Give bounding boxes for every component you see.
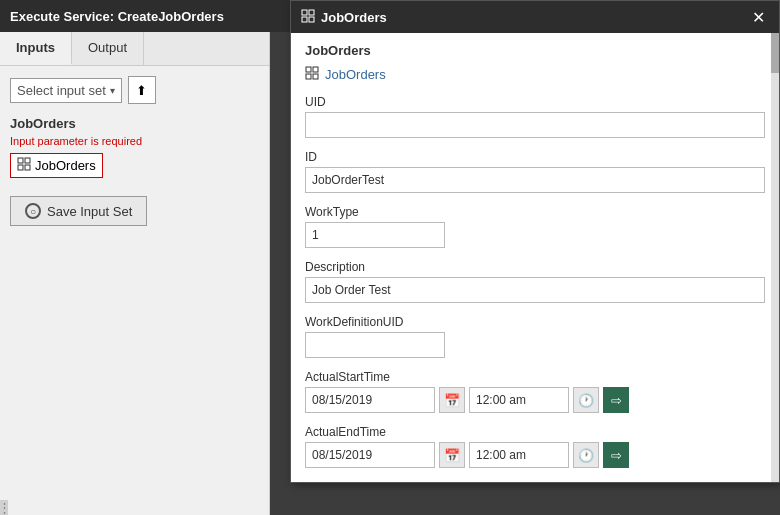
save-icon: ○ [25,203,41,219]
panel-tabs: Inputs Output [0,32,269,66]
worktype-input[interactable] [305,222,445,248]
calendar-icon-2: 📅 [444,448,460,463]
modal-sub-grid-icon [305,66,319,83]
clock-icon: 🕐 [578,393,594,408]
actualendtime-date-input[interactable] [305,442,435,468]
modal-section-header: JobOrders [305,43,765,58]
action-arrow-icon-2: ⇨ [611,448,622,463]
workdefinitionuid-label: WorkDefinitionUID [305,315,765,329]
svg-rect-0 [18,158,23,163]
select-input-placeholder: Select input set [17,83,106,98]
actualendtime-time-input[interactable] [469,442,569,468]
actualstarttime-label: ActualStartTime [305,370,765,384]
priority-label: Priority [305,480,765,482]
modal: JobOrders ✕ JobOrders Jo [290,32,780,483]
actualendtime-row: 📅 🕐 ⇨ [305,442,765,468]
modal-sub-header-label: JobOrders [325,67,386,82]
job-orders-item-label: JobOrders [35,158,96,173]
workdefinitionuid-input[interactable] [305,332,445,358]
id-field: ID [305,150,765,193]
description-label: Description [305,260,765,274]
uid-field: UID [305,95,765,138]
id-label: ID [305,150,765,164]
job-orders-item[interactable]: JobOrders [10,153,103,178]
svg-rect-3 [25,165,30,170]
actualendtime-clock-button[interactable]: 🕐 [573,442,599,468]
left-panel: Inputs Output Select input set ▾ ⬆ [0,32,270,515]
actualendtime-label: ActualEndTime [305,425,765,439]
uid-label: UID [305,95,765,109]
resize-dots: ⋮ [0,500,11,515]
save-input-set-button[interactable]: ○ Save Input Set [10,196,147,226]
description-input[interactable] [305,277,765,303]
actualstarttime-field: ActualStartTime 📅 🕐 ⇨ [305,370,765,413]
content-area: Inputs Output Select input set ▾ ⬆ [0,32,780,515]
save-button-label: Save Input Set [47,204,132,219]
modal-body: JobOrders JobOrders UID [291,33,779,482]
actualstarttime-row: 📅 🕐 ⇨ [305,387,765,413]
svg-rect-1 [25,158,30,163]
id-input[interactable] [305,167,765,193]
error-text: Input parameter is required [10,135,259,147]
svg-rect-2 [18,165,23,170]
calendar-icon: 📅 [444,393,460,408]
actualstarttime-time-input[interactable] [469,387,569,413]
worktype-field: WorkType [305,205,765,248]
actualstarttime-action-button[interactable]: ⇨ [603,387,629,413]
actualendtime-action-button[interactable]: ⇨ [603,442,629,468]
svg-rect-11 [313,74,318,79]
upload-button[interactable]: ⬆ [128,76,156,104]
dropdown-arrow: ▾ [110,85,115,96]
workdefinitionuid-field: WorkDefinitionUID [305,315,765,358]
action-arrow-icon: ⇨ [611,393,622,408]
actualstarttime-calendar-button[interactable]: 📅 [439,387,465,413]
uid-input[interactable] [305,112,765,138]
modal-scrollbar-thumb[interactable] [771,33,779,73]
worktype-label: WorkType [305,205,765,219]
section-label: JobOrders [10,116,259,131]
tab-inputs[interactable]: Inputs [0,32,72,65]
modal-scrollbar-track[interactable] [771,33,779,482]
description-field: Description [305,260,765,303]
upload-icon: ⬆ [136,83,147,98]
clock-icon-2: 🕐 [578,448,594,463]
actualendtime-field: ActualEndTime 📅 🕐 ⇨ [305,425,765,468]
title-bar-label: Execute Service: CreateJobOrders [10,9,224,24]
svg-rect-8 [306,67,311,72]
grid-icon [17,157,31,174]
modal-sub-header: JobOrders [305,66,765,83]
tab-output[interactable]: Output [72,32,144,65]
select-input-dropdown[interactable]: Select input set ▾ [10,78,122,103]
resize-handle[interactable]: ⋮ [0,500,8,515]
panel-content: Select input set ▾ ⬆ JobOrders Input par… [0,66,269,500]
svg-rect-9 [313,67,318,72]
priority-field: Priority [305,480,765,482]
main-container: Execute Service: CreateJobOrders Inputs … [0,0,780,515]
actualstarttime-clock-button[interactable]: 🕐 [573,387,599,413]
actualstarttime-date-input[interactable] [305,387,435,413]
actualendtime-calendar-button[interactable]: 📅 [439,442,465,468]
select-input-row: Select input set ▾ ⬆ [10,76,259,104]
svg-rect-10 [306,74,311,79]
